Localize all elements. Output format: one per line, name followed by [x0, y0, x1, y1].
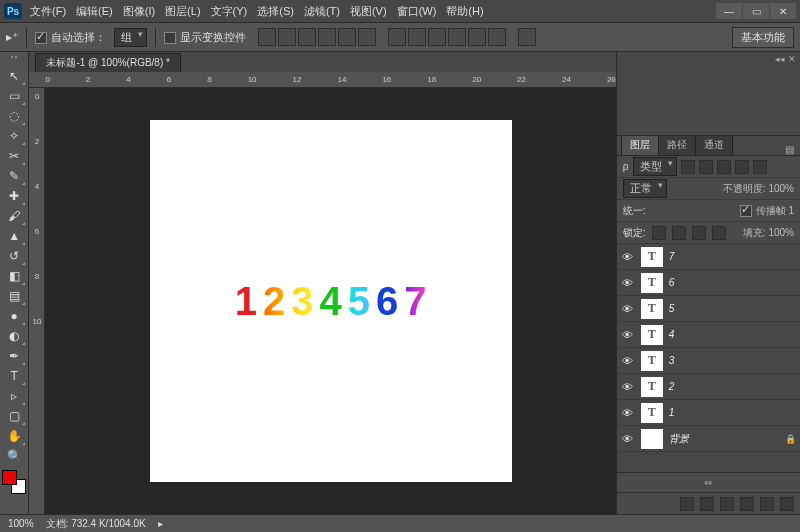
menu-edit[interactable]: 编辑(E) [76, 4, 113, 19]
visibility-toggle[interactable]: 👁 [621, 251, 635, 263]
distribute-icon[interactable] [488, 28, 506, 46]
layer-name[interactable]: 6 [669, 277, 675, 288]
crop-tool[interactable]: ✂ [2, 146, 26, 166]
color-swatches[interactable] [2, 470, 26, 494]
marquee-tool[interactable]: ▭ [2, 86, 26, 106]
layer-name[interactable]: 1 [669, 407, 675, 418]
visibility-toggle[interactable]: 👁 [621, 329, 635, 341]
visibility-toggle[interactable]: 👁 [621, 407, 635, 419]
document-tab[interactable]: 未标题-1 @ 100%(RGB/8) * [35, 53, 181, 72]
lasso-tool[interactable]: ◌ [2, 106, 26, 126]
visibility-toggle[interactable]: 👁 [621, 355, 635, 367]
layer-row-background[interactable]: 👁背景🔒 [617, 426, 800, 452]
move-tool[interactable]: ↖ [2, 66, 26, 86]
canvas[interactable]: 1 2 3 4 5 6 7 [150, 120, 512, 482]
canvas-viewport[interactable]: 1 2 3 4 5 6 7 [45, 88, 615, 514]
gradient-tool[interactable]: ▤ [2, 286, 26, 306]
layer-name[interactable]: 7 [669, 251, 675, 262]
menu-layer[interactable]: 图层(L) [165, 4, 200, 19]
layer-name[interactable]: 2 [669, 381, 675, 392]
layer-row[interactable]: 👁T2 [617, 374, 800, 400]
collapsed-panel-group[interactable]: ◂◂ ✕ [617, 52, 800, 136]
panel-menu-icon[interactable]: ▤ [779, 144, 800, 155]
menu-view[interactable]: 视图(V) [350, 4, 387, 19]
auto-select-checkbox[interactable]: 自动选择： [35, 30, 106, 45]
layer-row[interactable]: 👁T1 [617, 400, 800, 426]
menu-window[interactable]: 窗口(W) [397, 4, 437, 19]
layer-list[interactable]: 👁T7 👁T6 👁T5 👁T4 👁T3 👁T2 👁T1 👁背景🔒 [617, 244, 800, 472]
zoom-level[interactable]: 100% [8, 518, 34, 529]
filter-adjust-icon[interactable] [699, 160, 713, 174]
distribute-icon[interactable] [428, 28, 446, 46]
align-icon[interactable] [298, 28, 316, 46]
fill-value[interactable]: 100% [768, 227, 794, 238]
eraser-tool[interactable]: ◧ [2, 266, 26, 286]
filter-type-icon[interactable] [717, 160, 731, 174]
lock-pixel-icon[interactable] [672, 226, 686, 240]
mask-icon[interactable] [700, 497, 714, 511]
menu-image[interactable]: 图像(I) [123, 4, 155, 19]
close-button[interactable]: ✕ [770, 3, 796, 19]
menu-type[interactable]: 文字(Y) [211, 4, 248, 19]
minimize-button[interactable]: — [716, 3, 742, 19]
tab-channels[interactable]: 通道 [695, 134, 733, 155]
visibility-toggle[interactable]: 👁 [621, 381, 635, 393]
blur-tool[interactable]: ● [2, 306, 26, 326]
filter-shape-icon[interactable] [735, 160, 749, 174]
menu-filter[interactable]: 滤镜(T) [304, 4, 340, 19]
tab-paths[interactable]: 路径 [658, 134, 696, 155]
layer-name[interactable]: 5 [669, 303, 675, 314]
pen-tool[interactable]: ✒ [2, 346, 26, 366]
align-icon[interactable] [358, 28, 376, 46]
link-layers-row[interactable]: ⇔ [617, 472, 800, 492]
arrange-icon[interactable] [518, 28, 536, 46]
new-layer-icon[interactable] [760, 497, 774, 511]
foreground-color-swatch[interactable] [2, 470, 17, 485]
lock-pos-icon[interactable] [692, 226, 706, 240]
filter-smart-icon[interactable] [753, 160, 767, 174]
text-layer-4[interactable]: 4 [319, 279, 341, 324]
doc-info[interactable]: 文档: 732.4 K/1004.0K [46, 517, 146, 531]
show-transform-checkbox[interactable]: 显示变换控件 [164, 30, 246, 45]
text-layer-2[interactable]: 2 [263, 279, 285, 324]
text-layer-6[interactable]: 6 [376, 279, 398, 324]
auto-select-dropdown[interactable]: 组 [114, 28, 147, 47]
visibility-toggle[interactable]: 👁 [621, 277, 635, 289]
propagate-checkbox[interactable] [740, 205, 752, 217]
delete-layer-icon[interactable] [780, 497, 794, 511]
layer-row[interactable]: 👁T4 [617, 322, 800, 348]
layer-name[interactable]: 4 [669, 329, 675, 340]
stamp-tool[interactable]: ▲ [2, 226, 26, 246]
distribute-icon[interactable] [388, 28, 406, 46]
layer-row[interactable]: 👁T5 [617, 296, 800, 322]
tab-layers[interactable]: 图层 [621, 134, 659, 155]
distribute-icon[interactable] [408, 28, 426, 46]
zoom-tool[interactable]: 🔍 [2, 446, 26, 466]
palette-handle[interactable] [2, 56, 26, 64]
status-arrow-icon[interactable]: ▸ [158, 518, 163, 529]
text-layer-5[interactable]: 5 [348, 279, 370, 324]
align-icon[interactable] [318, 28, 336, 46]
blend-mode-dropdown[interactable]: 正常 [623, 179, 667, 198]
history-brush-tool[interactable]: ↺ [2, 246, 26, 266]
menu-select[interactable]: 选择(S) [257, 4, 294, 19]
lock-all-icon[interactable] [712, 226, 726, 240]
hand-tool[interactable]: ✋ [2, 426, 26, 446]
eyedropper-tool[interactable]: ✎ [2, 166, 26, 186]
layer-row[interactable]: 👁T3 [617, 348, 800, 374]
maximize-button[interactable]: ▭ [743, 3, 769, 19]
filter-kind-dropdown[interactable]: 类型 [633, 157, 677, 176]
adjustment-icon[interactable] [720, 497, 734, 511]
distribute-icon[interactable] [448, 28, 466, 46]
type-tool[interactable]: T [2, 366, 26, 386]
workspace-button[interactable]: 基本功能 [732, 27, 794, 48]
layer-name[interactable]: 3 [669, 355, 675, 366]
align-icon[interactable] [338, 28, 356, 46]
path-select-tool[interactable]: ▹ [2, 386, 26, 406]
menu-file[interactable]: 文件(F) [30, 4, 66, 19]
shape-tool[interactable]: ▢ [2, 406, 26, 426]
visibility-toggle[interactable]: 👁 [621, 433, 635, 445]
collapse-icon[interactable]: ◂◂ ✕ [775, 54, 796, 64]
filter-pixel-icon[interactable] [681, 160, 695, 174]
opacity-value[interactable]: 100% [768, 183, 794, 194]
